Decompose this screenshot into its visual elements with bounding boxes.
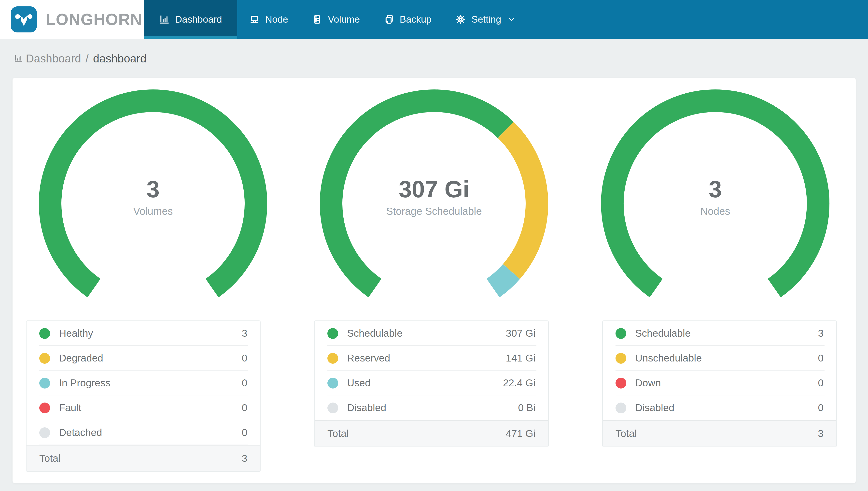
legend-card-storage-schedulable: Schedulable307 GiReserved141 GiUsed22.4 … bbox=[314, 320, 549, 447]
nav-item-setting[interactable]: Setting bbox=[443, 0, 528, 39]
status-dot-degraded bbox=[39, 353, 50, 364]
total-label: Total bbox=[328, 428, 349, 439]
main-nav: Dashboard Node Volume bbox=[144, 0, 868, 39]
legend-card-nodes: Schedulable3Unschedulable0Down0Disabled0… bbox=[602, 320, 837, 447]
nav-item-label: Dashboard bbox=[175, 14, 222, 25]
legend-total-row: Total471 Gi bbox=[315, 420, 548, 446]
legend-row-disabled: Disabled0 Bi bbox=[315, 396, 548, 420]
legend-label: Reserved bbox=[347, 352, 390, 364]
legend-value: 22.4 Gi bbox=[503, 377, 535, 389]
legend-label: Down bbox=[635, 377, 661, 389]
breadcrumb: Dashboard / dashboard bbox=[0, 39, 868, 78]
nav-item-volume[interactable]: Volume bbox=[300, 0, 372, 39]
donut-gauge-volumes: 3Volumes bbox=[36, 87, 270, 303]
status-dot-reserved bbox=[328, 353, 338, 364]
status-dot-unschedulable bbox=[616, 353, 626, 364]
legend-row-in-progress: In Progress0 bbox=[27, 371, 260, 396]
legend-value: 0 bbox=[818, 377, 824, 389]
nav-item-label: Volume bbox=[328, 14, 360, 25]
top-navbar: LONGHORN Dashboard Node bbox=[0, 0, 868, 39]
nav-item-label: Node bbox=[265, 14, 288, 25]
status-dot-disabled bbox=[616, 403, 626, 413]
gauge-center-value: 3 bbox=[709, 176, 722, 202]
legend-row-down: Down0 bbox=[603, 371, 836, 396]
nav-item-node[interactable]: Node bbox=[237, 0, 300, 39]
breadcrumb-separator: / bbox=[86, 52, 89, 65]
legend-row-schedulable: Schedulable307 Gi bbox=[315, 321, 548, 346]
breadcrumb-current-page: dashboard bbox=[93, 52, 146, 65]
status-dot-schedulable bbox=[616, 328, 626, 339]
legend-label: Used bbox=[347, 377, 371, 389]
legend-row-unschedulable: Unschedulable0 bbox=[603, 346, 836, 371]
total-label: Total bbox=[39, 453, 61, 464]
nav-item-dashboard[interactable]: Dashboard bbox=[144, 0, 237, 39]
legend-value: 0 bbox=[242, 402, 247, 413]
gauge-storage-schedulable: 307 GiStorage Schedulable bbox=[293, 87, 575, 303]
nav-item-label: Setting bbox=[471, 14, 501, 25]
brand-area: LONGHORN bbox=[0, 0, 144, 39]
total-label: Total bbox=[616, 428, 637, 439]
legend-row-healthy: Healthy3 bbox=[27, 321, 260, 346]
legend-label: Disabled bbox=[635, 402, 675, 413]
gauge-volumes: 3Volumes bbox=[12, 87, 293, 303]
legend-value: 141 Gi bbox=[506, 352, 535, 364]
legend-label: Detached bbox=[59, 427, 102, 438]
gauge-center-label: Storage Schedulable bbox=[386, 205, 482, 217]
status-dot-used bbox=[328, 378, 338, 388]
legend-label: Schedulable bbox=[347, 327, 403, 339]
gauge-center-value: 307 Gi bbox=[399, 176, 469, 202]
legend-row-detached: Detached0 bbox=[27, 420, 260, 445]
legend-label: Fault bbox=[59, 402, 81, 413]
legend-value: 0 bbox=[242, 352, 247, 364]
nav-item-backup[interactable]: Backup bbox=[372, 0, 443, 39]
legend-row-used: Used22.4 Gi bbox=[315, 371, 548, 396]
laptop-icon bbox=[249, 14, 260, 25]
legend-value: 0 bbox=[818, 352, 824, 364]
gauge-nodes: 3Nodes bbox=[575, 87, 856, 303]
gauge-center-label: Volumes bbox=[133, 205, 173, 217]
donut-gauge-nodes: 3Nodes bbox=[598, 87, 832, 303]
status-dot-schedulable bbox=[328, 328, 338, 339]
legend-row-degraded: Degraded0 bbox=[27, 346, 260, 371]
legend-label: Schedulable bbox=[635, 327, 691, 339]
legend-row-schedulable: Schedulable3 bbox=[603, 321, 836, 346]
bar-chart-icon bbox=[159, 14, 170, 25]
legend-value: 307 Gi bbox=[506, 327, 535, 339]
legend-row-reserved: Reserved141 Gi bbox=[315, 346, 548, 371]
gauge-segment-used bbox=[493, 271, 512, 288]
legend-value: 3 bbox=[242, 327, 247, 339]
gauges-row: 3Volumes307 GiStorage Schedulable3Nodes bbox=[12, 87, 856, 303]
status-dot-down bbox=[616, 378, 626, 388]
status-dot-disabled bbox=[328, 403, 338, 413]
bar-chart-icon bbox=[13, 54, 23, 63]
breadcrumb-section[interactable]: Dashboard bbox=[26, 52, 81, 65]
legend-row-disabled: Disabled0 bbox=[603, 396, 836, 420]
gear-icon bbox=[455, 14, 466, 25]
status-dot-healthy bbox=[39, 328, 50, 339]
legend-value: 0 bbox=[242, 377, 247, 389]
legend-total-row: Total3 bbox=[27, 445, 260, 471]
gauge-segment-reserved bbox=[506, 130, 537, 271]
legend-value: 3 bbox=[818, 327, 824, 339]
legend-label: Healthy bbox=[59, 327, 93, 339]
donut-gauge-storage-schedulable: 307 GiStorage Schedulable bbox=[317, 87, 551, 303]
legend-value: 0 Bi bbox=[518, 402, 535, 413]
gauge-center-value: 3 bbox=[146, 176, 159, 202]
total-value: 3 bbox=[818, 428, 824, 439]
status-dot-detached bbox=[39, 427, 50, 438]
dashboard-panel: 3Volumes307 GiStorage Schedulable3Nodes … bbox=[12, 78, 856, 483]
legend-value: 0 bbox=[242, 427, 247, 438]
legend-card-volumes: Healthy3Degraded0In Progress0Fault0Detac… bbox=[26, 320, 260, 472]
nav-item-label: Backup bbox=[400, 14, 432, 25]
gauge-center-label: Nodes bbox=[700, 205, 730, 217]
legend-total-row: Total3 bbox=[603, 420, 836, 446]
legend-row-fault: Fault0 bbox=[27, 396, 260, 420]
status-dot-fault bbox=[39, 403, 50, 413]
legend-label: Disabled bbox=[347, 402, 386, 413]
legend-value: 0 bbox=[818, 402, 824, 413]
chevron-down-icon bbox=[507, 15, 516, 24]
legend-label: In Progress bbox=[59, 377, 111, 389]
total-value: 3 bbox=[242, 453, 247, 464]
legend-label: Degraded bbox=[59, 352, 103, 364]
legends-row: Healthy3Degraded0In Progress0Fault0Detac… bbox=[12, 303, 856, 472]
